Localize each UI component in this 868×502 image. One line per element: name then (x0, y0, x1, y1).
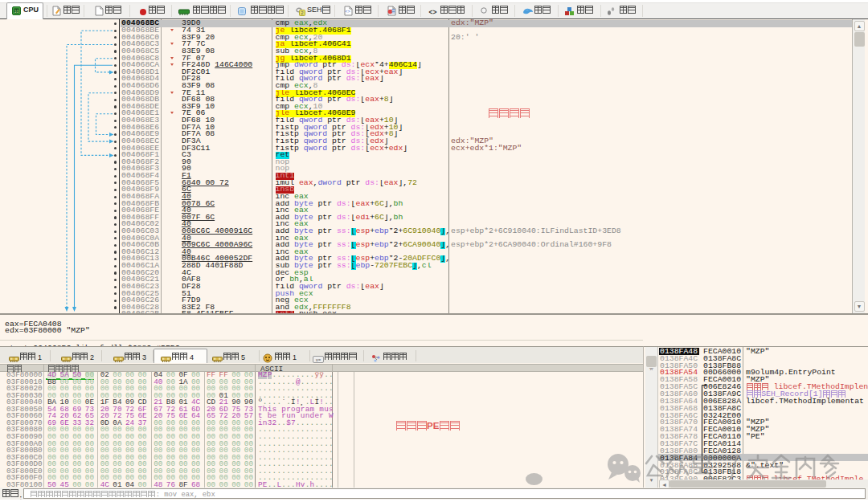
svg-text:x=: x= (316, 357, 321, 362)
svg-text:<>: <> (345, 9, 350, 14)
svg-text:10: 10 (14, 9, 19, 14)
svg-text:<>: <> (429, 8, 437, 16)
